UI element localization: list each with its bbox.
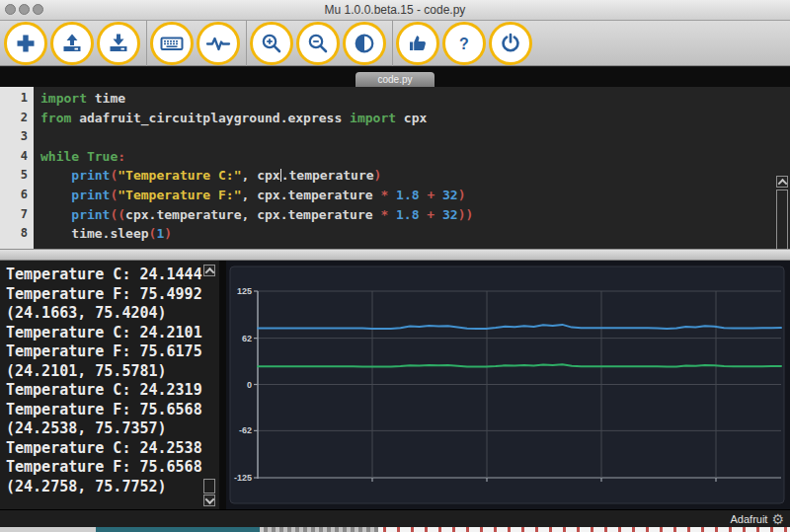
vertical-splitter[interactable]: [219, 261, 226, 509]
window-title: Mu 1.0.0.beta.15 - code.py: [0, 3, 790, 17]
toolbar-button-save[interactable]: [97, 22, 140, 65]
token-id: [40, 188, 71, 202]
line-number: 8: [0, 224, 28, 244]
token-num: 1.8: [396, 207, 419, 222]
line-number: 1: [0, 89, 28, 109]
token-fn: print: [71, 188, 110, 202]
console-line: Temperature F: 75.6568: [6, 401, 219, 420]
y-tick-label: -125: [234, 473, 252, 483]
token-fn: print: [71, 168, 110, 183]
background-window-sliver: [0, 527, 790, 532]
console-line: Temperature C: 24.2538: [6, 439, 219, 459]
window-titlebar[interactable]: Mu 1.0.0.beta.15 - code.py: [0, 0, 790, 21]
console-line: Temperature F: 75.6568: [6, 458, 219, 478]
mu-editor-window: Mu 1.0.0.beta.15 - code.py ? code.py 123…: [0, 0, 790, 532]
token-id: [388, 188, 396, 202]
console-line: Temperature C: 24.2101: [6, 324, 219, 343]
chevron-down-icon: [204, 494, 214, 504]
token-num: 32: [442, 188, 458, 202]
token-kw: from: [40, 111, 71, 125]
plotter-canvas: 125620-62-125: [226, 261, 790, 509]
token-id: [388, 207, 396, 222]
zoom-in-icon: [260, 32, 283, 55]
status-bar: Adafruit ⚙: [0, 509, 790, 527]
zoom-out-icon: [306, 32, 330, 55]
code-line[interactable]: print((cpx.temperature, cpx.temperature …: [40, 205, 790, 225]
save-icon: [107, 32, 130, 55]
line-number: 4: [0, 147, 28, 167]
token-id: adafruit_circuitplayground.express: [71, 111, 350, 125]
token-op: )): [458, 207, 474, 222]
token-kw: while: [40, 149, 79, 164]
toolbar-button-zoom-out[interactable]: [296, 22, 340, 65]
code-editor[interactable]: 12345678 import timefrom adafruit_circui…: [0, 87, 790, 249]
line-number: 6: [0, 186, 28, 205]
background-gray-text: [264, 527, 378, 532]
token-op: ): [458, 188, 466, 202]
token-op: ((: [110, 207, 125, 222]
token-str: "Temperature F:": [118, 188, 241, 202]
toolbar-button-load[interactable]: [50, 22, 94, 65]
token-id: , cpx.temperature: [242, 188, 381, 202]
token-id: [40, 207, 71, 222]
token-op: :: [118, 149, 125, 164]
horizontal-splitter[interactable]: [0, 249, 790, 261]
console-line: (24.2758, 75.7752): [6, 478, 219, 497]
console-line: Temperature C: 24.2319: [6, 381, 219, 401]
token-kw: True: [87, 149, 118, 164]
toolbar-button-theme[interactable]: [343, 22, 386, 65]
y-tick-label: 125: [237, 286, 252, 296]
token-id: [79, 149, 87, 164]
contrast-icon: [353, 32, 376, 55]
toolbar: ?: [0, 21, 790, 66]
token-id: cpx.temperature, cpx.temperature: [125, 207, 380, 222]
console-scrollbar-thumb[interactable]: [203, 479, 215, 494]
y-tick-label: -62: [239, 425, 252, 435]
code-line[interactable]: import time: [40, 89, 790, 109]
token-id: time.sleep: [40, 226, 149, 241]
tab-code-py[interactable]: code.py: [356, 72, 434, 87]
token-op: +: [427, 207, 434, 222]
code-line[interactable]: print("Temperature F:", cpx.temperature …: [40, 186, 790, 205]
code-line[interactable]: print("Temperature C:", cpx.temperature): [40, 166, 790, 186]
toolbar-button-help[interactable]: ?: [442, 22, 486, 65]
line-number: 7: [0, 205, 28, 225]
background-teal-block: [96, 527, 260, 532]
line-number: 3: [0, 127, 28, 147]
code-line[interactable]: while True:: [40, 147, 790, 167]
question-icon: ?: [452, 32, 476, 55]
toolbar-button-zoom-in[interactable]: [250, 22, 293, 65]
power-icon: [499, 32, 522, 55]
token-str: "Temperature C:": [118, 168, 241, 183]
code-line[interactable]: time.sleep(1): [40, 224, 790, 244]
toolbar-button-repl[interactable]: [150, 22, 194, 65]
toolbar-button-quit[interactable]: [489, 22, 532, 65]
chevron-up-icon: [777, 178, 787, 188]
toolbar-button-check[interactable]: [396, 22, 439, 65]
line-number: 2: [0, 109, 28, 128]
plus-icon: [14, 32, 38, 55]
line-number: 5: [0, 166, 28, 186]
waveform-icon: [205, 32, 231, 55]
tab-strip: code.py: [0, 67, 790, 87]
console-scroll-down-icon[interactable]: [203, 494, 215, 506]
token-num: 32: [442, 207, 458, 222]
y-tick-label: 62: [242, 334, 252, 343]
load-icon: [60, 32, 84, 55]
code-line[interactable]: from adafruit_circuitplayground.express …: [40, 109, 790, 128]
token-num: 1.8: [396, 188, 419, 202]
code-line[interactable]: [40, 127, 790, 147]
toolbar-button-new[interactable]: [4, 22, 47, 65]
toolbar-separator: [146, 21, 147, 66]
token-fn: print: [71, 207, 110, 222]
background-red-text: [378, 527, 790, 532]
code-text[interactable]: import timefrom adafruit_circuitplaygrou…: [34, 87, 790, 249]
console-scroll-up-icon[interactable]: [203, 265, 215, 276]
console-line: (24.2538, 75.7357): [6, 419, 219, 439]
serial-console[interactable]: Temperature C: 24.1444Temperature F: 75.…: [0, 261, 219, 509]
toolbar-button-plotter[interactable]: [197, 22, 240, 65]
thumbs-up-icon: [406, 32, 430, 55]
editor-scroll-up-icon[interactable]: [776, 176, 788, 188]
settings-gear-icon[interactable]: ⚙: [771, 512, 784, 526]
svg-text:?: ?: [459, 35, 469, 51]
